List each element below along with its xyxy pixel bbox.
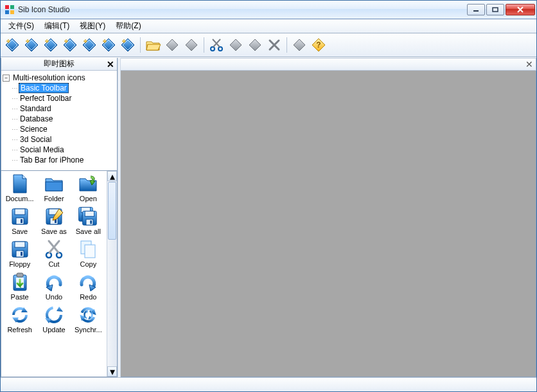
tool-diamond-6[interactable] [100,36,118,54]
tree-item[interactable]: ⋯Standard [3,103,116,114]
svg-rect-26 [5,5,9,9]
tool-gray-1[interactable] [163,36,181,54]
icon-cell-redo[interactable]: Redo [71,272,105,301]
saveas-icon [44,206,64,227]
folder-icon [44,174,64,194]
tool-diamond-7[interactable] [119,36,137,54]
scroll-thumb[interactable] [108,182,116,240]
close-button[interactable] [506,4,535,15]
icon-cell-refresh[interactable]: Refresh [3,305,37,334]
tree-item-label[interactable]: Basic Toolbar [19,83,69,93]
tree-item-label[interactable]: Social Media [19,145,66,154]
scissors-icon [44,239,64,260]
tree-item[interactable]: ⋯Perfect Toolbar [3,93,116,103]
tree-item-label[interactable]: Science [19,125,49,134]
tree-item[interactable]: ⋯3d Social [3,134,116,145]
tool-gray-2[interactable] [182,36,200,54]
undo-icon [44,272,64,292]
icon-cell-open[interactable]: Open [71,174,105,202]
toolbar-separator [204,37,204,53]
icon-label: Copy [80,260,96,268]
left-panel: 即时图标 ✕ − Multi-resolution icons ⋯Basic T… [1,58,118,377]
tool-diamond-4[interactable] [61,36,79,54]
menu-edit[interactable]: 编辑(T) [39,19,75,33]
tool-diamond-3[interactable] [42,36,60,54]
icon-cell-folder[interactable]: Folder [37,174,71,202]
tree-collapse-icon[interactable]: − [3,75,10,82]
tree-item-label[interactable]: Database [19,114,54,123]
saveall-icon [78,206,98,227]
copy-icon [78,239,98,260]
icon-label: Paste [11,293,29,301]
open-icon [78,174,98,194]
left-panel-close-icon[interactable]: ✕ [107,59,114,69]
floppy-icon [10,239,30,260]
icon-cell-document[interactable]: Docum... [3,174,37,202]
titlebar: Sib Icon Studio [1,1,536,19]
tool-delete[interactable] [265,36,283,54]
icon-cell-undo[interactable]: Undo [37,272,71,301]
left-panel-title: 即时图标 [44,58,75,69]
icon-cell-paste[interactable]: Paste [3,272,37,301]
tree-item[interactable]: ⋯Science [3,124,116,134]
icon-label: Synchr... [75,326,102,334]
tool-help[interactable] [310,36,328,54]
minimize-button[interactable] [467,4,485,15]
tool-diamond-5[interactable] [80,36,98,54]
tree-item-label[interactable]: Tab Bar for iPhone [19,156,85,165]
icon-label: Redo [80,293,96,301]
icon-label: Docum... [6,195,34,202]
tree-item[interactable]: ⋯Basic Toolbar [3,83,116,93]
icon-cell-floppy[interactable]: Floppy [3,239,37,268]
tree-item-label[interactable]: 3d Social [19,135,53,144]
workspace-header: ✕ [121,58,536,71]
tree-item-label[interactable]: Standard [19,104,53,113]
menubar: 文件(S) 编辑(T) 视图(Y) 帮助(Z) [1,19,536,33]
icon-cell-sync[interactable]: Synchr... [71,305,105,334]
workspace: ✕ [121,58,536,377]
save-icon [10,206,30,227]
icon-cell-saveas[interactable]: Save as [37,206,71,235]
tree-item-label[interactable]: Perfect Toolbar [19,94,73,103]
tree-root-label[interactable]: Multi-resolution icons [12,73,87,82]
icon-label: Save [12,227,28,235]
tree-root[interactable]: − Multi-resolution icons [3,73,116,83]
svg-rect-28 [5,10,9,14]
tool-copy[interactable] [227,36,245,54]
icon-cell-update[interactable]: Update [37,305,71,334]
toolbar-separator [286,37,287,53]
icon-label: Update [42,326,65,334]
menu-help[interactable]: 帮助(Z) [110,19,146,33]
scroll-down-icon[interactable]: ▾ [107,366,117,377]
icon-cell-scissors[interactable]: Cut [37,239,71,268]
left-panel-header: 即时图标 ✕ [1,58,117,71]
maximize-button[interactable] [486,4,504,15]
category-tree[interactable]: − Multi-resolution icons ⋯Basic Toolbar⋯… [1,71,117,171]
icon-label: Folder [44,195,64,202]
tool-open-folder[interactable] [144,36,162,54]
tool-properties[interactable] [290,36,308,54]
tool-diamond-2[interactable] [22,36,40,54]
scroll-up-icon[interactable]: ▴ [107,171,117,181]
tool-paste[interactable] [246,36,264,54]
main: 即时图标 ✕ − Multi-resolution icons ⋯Basic T… [1,57,536,377]
tree-item[interactable]: ⋯Social Media [3,145,116,155]
icon-grid: Docum...FolderOpenSaveSave asSave allFlo… [1,171,107,377]
toolbar [1,33,536,57]
icon-label: Save all [76,227,101,235]
tree-item[interactable]: ⋯Database [3,114,116,124]
tree-item[interactable]: ⋯Tab Bar for iPhone [3,155,116,165]
canvas[interactable] [121,71,536,377]
workspace-close-icon[interactable]: ✕ [525,59,533,69]
icon-cell-saveall[interactable]: Save all [71,206,105,235]
tool-diamond-1[interactable] [3,36,21,54]
icon-cell-save[interactable]: Save [3,206,37,235]
icon-cell-copy[interactable]: Copy [71,239,105,268]
menu-view[interactable]: 视图(Y) [75,19,110,33]
icon-grid-scrollbar[interactable]: ▴ ▾ [107,171,117,377]
menu-file[interactable]: 文件(S) [3,19,39,33]
paste-icon [10,272,30,292]
tool-cut[interactable] [207,36,225,54]
update-icon [44,305,64,325]
refresh-icon [10,305,30,325]
